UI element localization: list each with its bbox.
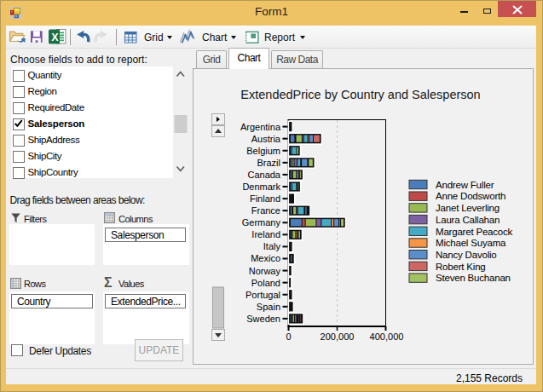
svg-text:400,000: 400,000 xyxy=(370,331,404,342)
svg-text:Finland: Finland xyxy=(250,193,280,204)
svg-text:Margaret Peacock: Margaret Peacock xyxy=(436,227,513,237)
svg-text:Brazil: Brazil xyxy=(257,158,280,168)
svg-text:Michael Suyama: Michael Suyama xyxy=(436,238,506,248)
svg-text:Belgium: Belgium xyxy=(246,146,280,156)
svg-text:ExtendedPrice by Country and S: ExtendedPrice by Country and Salesperson xyxy=(240,88,480,101)
svg-text:Canada: Canada xyxy=(247,170,280,180)
svg-text:Sweden: Sweden xyxy=(246,314,280,324)
svg-text:Denmark: Denmark xyxy=(242,182,280,192)
svg-text:200,000: 200,000 xyxy=(321,331,355,342)
svg-text:Nancy Davolio: Nancy Davolio xyxy=(436,250,497,260)
svg-text:Laura Callahan: Laura Callahan xyxy=(436,215,500,225)
svg-text:Janet Leverling: Janet Leverling xyxy=(436,203,500,213)
svg-text:Portugal: Portugal xyxy=(246,290,280,300)
svg-text:Spain: Spain xyxy=(257,302,280,312)
svg-text:Mexico: Mexico xyxy=(251,253,280,263)
svg-text:Andrew Fuller: Andrew Fuller xyxy=(436,180,494,190)
svg-text:Anne Dodsworth: Anne Dodsworth xyxy=(436,191,505,201)
svg-text:Steven Buchanan: Steven Buchanan xyxy=(436,273,511,283)
svg-text:Argentina: Argentina xyxy=(240,122,281,132)
svg-text:Austria: Austria xyxy=(251,134,281,144)
svg-text:France: France xyxy=(251,205,280,216)
svg-text:Poland: Poland xyxy=(251,278,280,288)
svg-text:Robert King: Robert King xyxy=(436,262,486,272)
svg-text:Norway: Norway xyxy=(249,266,281,276)
svg-text:0: 0 xyxy=(286,331,291,342)
svg-text:Italy: Italy xyxy=(263,241,281,251)
svg-text:Ireland: Ireland xyxy=(251,229,280,239)
svg-text:Germany: Germany xyxy=(242,217,281,228)
